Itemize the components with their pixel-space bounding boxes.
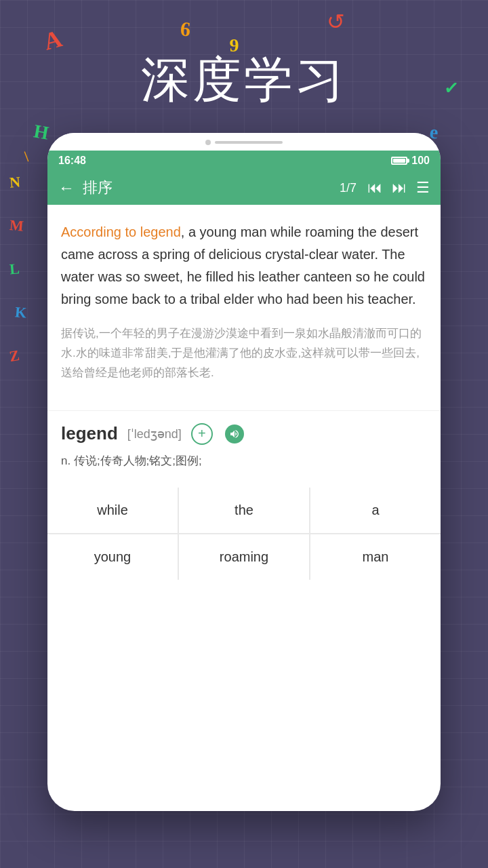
float-letter-z: Z: [8, 347, 21, 366]
prev-button[interactable]: ⏮: [367, 179, 382, 197]
word-line: legend [ˈledʒənd] +: [61, 422, 427, 446]
battery-body: [391, 157, 407, 165]
page-indicator: 1/7: [340, 181, 357, 195]
float-letter-l: L: [9, 260, 20, 278]
answer-cell-roaming[interactable]: roaming: [179, 534, 309, 580]
chinese-translation: 据传说,一个年轻的男子在漫游沙漠途中看到一泉如水晶般清澈而可口的水.水的味道非常…: [61, 324, 427, 383]
notch-dot: [205, 140, 211, 145]
highlight-phrase: According to legend: [61, 224, 181, 239]
notch-line: [215, 141, 283, 144]
answer-cell-young[interactable]: young: [47, 534, 178, 580]
status-bar: 16:48 100: [47, 151, 441, 171]
phone-mockup: 16:48 100 ← 排序 1/7 ⏮ ⏭ ☰ According to le…: [47, 133, 441, 811]
next-button[interactable]: ⏭: [392, 179, 407, 197]
content-area: According to legend, a young man while r…: [47, 205, 441, 410]
float-slash: /: [19, 149, 33, 165]
answer-cell-while[interactable]: while: [47, 488, 178, 533]
back-button[interactable]: ←: [58, 178, 75, 197]
menu-button[interactable]: ☰: [416, 179, 430, 197]
word-panel: legend [ˈledʒənd] + n. 传说;传奇人物;铭文;图例;: [47, 410, 441, 481]
battery-icon: [391, 157, 407, 165]
word-phonetic: [ˈledʒənd]: [127, 427, 182, 441]
answer-grid: while the a young roaming man: [47, 488, 441, 580]
word-definition: n. 传说;传奇人物;铭文;图例;: [61, 452, 427, 470]
float-letter-k: K: [14, 303, 26, 321]
status-time: 16:48: [58, 155, 86, 167]
toolbar-icons: ⏮ ⏭ ☰: [367, 179, 430, 197]
battery-percentage: 100: [411, 155, 430, 167]
phone-notch: [47, 133, 441, 151]
toolbar-title: 排序: [83, 178, 340, 198]
toolbar: ← 排序 1/7 ⏮ ⏭ ☰: [47, 171, 441, 205]
answer-cell-a[interactable]: a: [310, 488, 441, 533]
english-paragraph: According to legend, a young man while r…: [61, 221, 427, 311]
sound-icon: [225, 425, 244, 443]
sound-button[interactable]: [222, 422, 247, 446]
add-word-button[interactable]: +: [191, 423, 213, 445]
app-title: 深度学习: [0, 0, 488, 126]
answer-cell-man[interactable]: man: [310, 534, 441, 580]
status-right: 100: [391, 155, 430, 167]
answer-cell-the[interactable]: the: [179, 488, 309, 533]
float-letter-n: N: [9, 173, 21, 191]
word-main: legend: [61, 423, 118, 444]
float-letter-m: M: [9, 216, 24, 235]
battery-fill: [393, 159, 405, 163]
